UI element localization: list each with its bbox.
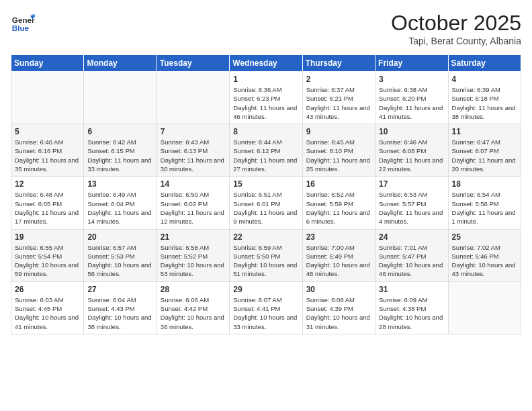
day-number: 30 — [306, 285, 371, 294]
calendar-cell: 6Sunrise: 6:42 AM Sunset: 6:15 PM Daylig… — [84, 124, 157, 177]
day-info: Sunrise: 6:58 AM Sunset: 5:52 PM Dayligh… — [161, 243, 226, 279]
week-row-3: 12Sunrise: 6:48 AM Sunset: 6:05 PM Dayli… — [11, 177, 521, 229]
day-number: 17 — [379, 179, 444, 189]
day-number: 9 — [306, 127, 371, 136]
day-number: 12 — [15, 179, 80, 189]
day-info: Sunrise: 6:07 AM Sunset: 4:41 PM Dayligh… — [233, 295, 298, 331]
day-info: Sunrise: 6:53 AM Sunset: 5:57 PM Dayligh… — [379, 190, 444, 226]
calendar-cell: 14Sunrise: 6:50 AM Sunset: 6:02 PM Dayli… — [157, 177, 229, 229]
calendar-cell: 17Sunrise: 6:53 AM Sunset: 5:57 PM Dayli… — [375, 177, 448, 229]
day-number: 3 — [379, 75, 444, 84]
day-header-saturday: Saturday — [448, 55, 521, 72]
calendar-cell: 23Sunrise: 7:00 AM Sunset: 5:49 PM Dayli… — [302, 229, 375, 281]
day-number: 6 — [87, 127, 152, 136]
day-number: 21 — [161, 232, 226, 242]
day-number: 27 — [87, 285, 152, 294]
calendar-cell: 20Sunrise: 6:57 AM Sunset: 5:53 PM Dayli… — [84, 229, 157, 281]
calendar-cell: 7Sunrise: 6:43 AM Sunset: 6:13 PM Daylig… — [157, 124, 229, 177]
calendar-cell: 8Sunrise: 6:44 AM Sunset: 6:12 PM Daylig… — [230, 124, 302, 177]
day-number: 5 — [15, 127, 80, 136]
calendar-cell: 18Sunrise: 6:54 AM Sunset: 5:56 PM Dayli… — [448, 177, 521, 229]
day-number: 1 — [233, 75, 298, 84]
calendar-table: SundayMondayTuesdayWednesdayThursdayFrid… — [11, 54, 521, 334]
calendar-cell: 15Sunrise: 6:51 AM Sunset: 6:01 PM Dayli… — [230, 177, 302, 229]
day-info: Sunrise: 6:46 AM Sunset: 6:08 PM Dayligh… — [379, 138, 444, 173]
day-number: 22 — [233, 232, 298, 242]
day-header-monday: Monday — [84, 55, 157, 72]
calendar-cell: 31Sunrise: 6:09 AM Sunset: 4:38 PM Dayli… — [375, 281, 448, 334]
svg-text:Blue: Blue — [12, 24, 30, 32]
calendar-cell: 12Sunrise: 6:48 AM Sunset: 6:05 PM Dayli… — [11, 177, 84, 229]
day-info: Sunrise: 6:48 AM Sunset: 6:05 PM Dayligh… — [15, 190, 80, 226]
calendar-cell — [157, 72, 229, 124]
calendar-cell: 1Sunrise: 6:36 AM Sunset: 6:23 PM Daylig… — [230, 72, 302, 124]
day-info: Sunrise: 6:44 AM Sunset: 6:12 PM Dayligh… — [233, 138, 298, 173]
calendar-cell: 5Sunrise: 6:40 AM Sunset: 6:16 PM Daylig… — [11, 124, 84, 177]
day-number: 24 — [379, 232, 444, 242]
day-info: Sunrise: 6:55 AM Sunset: 5:54 PM Dayligh… — [15, 243, 80, 279]
calendar-cell: 28Sunrise: 6:06 AM Sunset: 4:42 PM Dayli… — [157, 281, 229, 334]
logo: General Blue — [11, 11, 38, 35]
calendar-cell: 2Sunrise: 6:37 AM Sunset: 6:21 PM Daylig… — [302, 72, 375, 124]
day-info: Sunrise: 6:54 AM Sunset: 5:56 PM Dayligh… — [452, 190, 517, 226]
day-info: Sunrise: 6:45 AM Sunset: 6:10 PM Dayligh… — [306, 138, 371, 173]
calendar-cell: 22Sunrise: 6:59 AM Sunset: 5:50 PM Dayli… — [230, 229, 302, 281]
day-number: 25 — [452, 232, 517, 242]
calendar-cell: 19Sunrise: 6:55 AM Sunset: 5:54 PM Dayli… — [11, 229, 84, 281]
day-header-friday: Friday — [375, 55, 448, 72]
day-number: 8 — [233, 127, 298, 136]
page-header: General Blue October 2025 Tapi, Berat Co… — [11, 11, 521, 46]
title-block: October 2025 Tapi, Berat County, Albania — [391, 11, 521, 46]
day-info: Sunrise: 6:51 AM Sunset: 6:01 PM Dayligh… — [233, 190, 298, 226]
day-info: Sunrise: 6:40 AM Sunset: 6:16 PM Dayligh… — [15, 138, 80, 173]
day-number: 18 — [452, 179, 517, 189]
calendar-cell: 25Sunrise: 7:02 AM Sunset: 5:46 PM Dayli… — [448, 229, 521, 281]
week-row-5: 26Sunrise: 6:03 AM Sunset: 4:45 PM Dayli… — [11, 281, 521, 334]
day-info: Sunrise: 6:38 AM Sunset: 6:20 PM Dayligh… — [379, 85, 444, 121]
location-subtitle: Tapi, Berat County, Albania — [391, 36, 521, 46]
day-info: Sunrise: 6:49 AM Sunset: 6:04 PM Dayligh… — [87, 190, 152, 226]
day-header-thursday: Thursday — [302, 55, 375, 72]
calendar-cell: 27Sunrise: 6:04 AM Sunset: 4:43 PM Dayli… — [84, 281, 157, 334]
calendar-cell: 26Sunrise: 6:03 AM Sunset: 4:45 PM Dayli… — [11, 281, 84, 334]
calendar-cell: 29Sunrise: 6:07 AM Sunset: 4:41 PM Dayli… — [230, 281, 302, 334]
day-number: 28 — [161, 285, 226, 294]
day-info: Sunrise: 6:09 AM Sunset: 4:38 PM Dayligh… — [379, 295, 444, 331]
week-row-2: 5Sunrise: 6:40 AM Sunset: 6:16 PM Daylig… — [11, 124, 521, 177]
day-number: 15 — [233, 179, 298, 189]
day-info: Sunrise: 6:47 AM Sunset: 6:07 PM Dayligh… — [452, 138, 517, 173]
day-number: 20 — [87, 232, 152, 242]
calendar-cell — [11, 72, 84, 124]
day-number: 31 — [379, 285, 444, 294]
day-number: 13 — [87, 179, 152, 189]
day-number: 14 — [161, 179, 226, 189]
calendar-cell: 30Sunrise: 6:08 AM Sunset: 4:39 PM Dayli… — [302, 281, 375, 334]
day-number: 2 — [306, 75, 371, 84]
calendar-cell: 10Sunrise: 6:46 AM Sunset: 6:08 PM Dayli… — [375, 124, 448, 177]
day-header-tuesday: Tuesday — [157, 55, 229, 72]
day-info: Sunrise: 7:02 AM Sunset: 5:46 PM Dayligh… — [452, 243, 517, 279]
day-info: Sunrise: 6:42 AM Sunset: 6:15 PM Dayligh… — [87, 138, 152, 173]
day-info: Sunrise: 6:50 AM Sunset: 6:02 PM Dayligh… — [161, 190, 226, 226]
day-number: 11 — [452, 127, 517, 136]
logo-icon: General Blue — [11, 11, 35, 35]
day-info: Sunrise: 6:39 AM Sunset: 6:18 PM Dayligh… — [452, 85, 517, 121]
day-number: 4 — [452, 75, 517, 84]
day-number: 19 — [15, 232, 80, 242]
calendar-cell: 11Sunrise: 6:47 AM Sunset: 6:07 PM Dayli… — [448, 124, 521, 177]
day-info: Sunrise: 6:57 AM Sunset: 5:53 PM Dayligh… — [87, 243, 152, 279]
day-number: 10 — [379, 127, 444, 136]
week-row-1: 1Sunrise: 6:36 AM Sunset: 6:23 PM Daylig… — [11, 72, 521, 124]
day-header-row: SundayMondayTuesdayWednesdayThursdayFrid… — [11, 55, 521, 72]
calendar-cell — [448, 281, 521, 334]
day-header-sunday: Sunday — [11, 55, 84, 72]
day-number: 16 — [306, 179, 371, 189]
calendar-cell: 9Sunrise: 6:45 AM Sunset: 6:10 PM Daylig… — [302, 124, 375, 177]
calendar-cell: 3Sunrise: 6:38 AM Sunset: 6:20 PM Daylig… — [375, 72, 448, 124]
day-info: Sunrise: 6:43 AM Sunset: 6:13 PM Dayligh… — [161, 138, 226, 173]
day-info: Sunrise: 7:01 AM Sunset: 5:47 PM Dayligh… — [379, 243, 444, 279]
day-number: 7 — [161, 127, 226, 136]
month-title: October 2025 — [391, 11, 521, 36]
day-info: Sunrise: 6:04 AM Sunset: 4:43 PM Dayligh… — [87, 295, 152, 331]
day-info: Sunrise: 6:59 AM Sunset: 5:50 PM Dayligh… — [233, 243, 298, 279]
